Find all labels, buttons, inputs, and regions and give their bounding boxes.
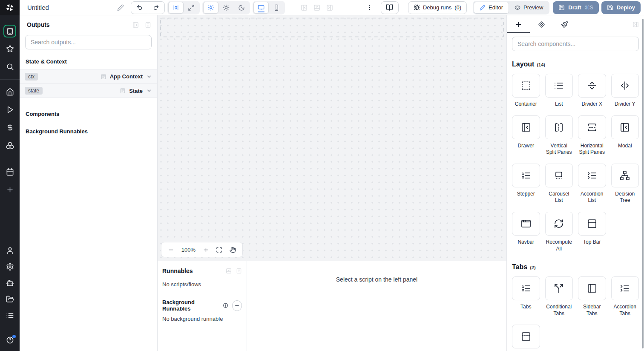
plus-icon [515, 21, 522, 28]
user-button[interactable] [2, 243, 17, 258]
panel-bottom-close-icon[interactable] [226, 268, 232, 274]
bug-icon [414, 4, 420, 11]
docs-button[interactable] [381, 1, 399, 14]
undo-button[interactable] [131, 2, 148, 14]
panel-right-icon[interactable] [632, 21, 639, 28]
component-tile-horizontal-split[interactable]: Horizontal Split Panes [578, 115, 606, 156]
notification-dot [12, 335, 16, 338]
component-tile-recompute-all[interactable]: Recompute All [545, 212, 573, 252]
components-search-input[interactable] [512, 37, 639, 51]
preview-tab[interactable]: Preview [509, 2, 549, 14]
component-tile-accordion-list[interactable]: Accordion List [578, 164, 606, 204]
tab-insert-component[interactable] [507, 15, 530, 33]
folders-button[interactable] [2, 291, 17, 307]
zoom-in-button[interactable] [203, 247, 209, 253]
theme-dark-toggle[interactable] [234, 2, 249, 14]
edit-title-pencil-icon[interactable] [117, 4, 124, 11]
center-column: 100% Runnables No scripts/flows [158, 15, 506, 351]
chevron-down-icon[interactable] [146, 88, 152, 94]
building-icon [6, 28, 14, 35]
panel-bottom-close-icon[interactable] [313, 4, 320, 11]
tabs-section-count: (2) [530, 265, 535, 270]
component-tile-tabs[interactable]: Tabs [512, 276, 540, 317]
theme-toggle-group [202, 1, 250, 14]
component-tile-conditional-tabs[interactable]: Conditional Tabs [545, 276, 573, 317]
info-icon[interactable] [223, 302, 228, 308]
component-tile-vertical-split[interactable]: Vertical Split Panes [545, 115, 573, 156]
fit-view-button[interactable] [216, 247, 222, 253]
mobile-view-toggle[interactable] [269, 2, 284, 14]
component-tile-partial[interactable] [512, 325, 540, 351]
zoom-out-button[interactable] [168, 247, 174, 253]
schedules-button[interactable] [2, 164, 17, 179]
workspace-apps-button[interactable] [3, 25, 16, 37]
usage-button[interactable] [2, 120, 17, 135]
create-new-button[interactable] [2, 182, 17, 197]
panel-scrollbar[interactable] [642, 19, 644, 348]
panel-right-close-icon[interactable] [326, 4, 333, 11]
runnables-title: Runnables [162, 268, 193, 274]
component-tile-divider-y[interactable]: Divider Y [611, 74, 639, 108]
runs-button[interactable] [2, 102, 17, 117]
more-menu-button[interactable] [366, 4, 373, 11]
no-scripts-text: No scripts/flows [162, 281, 242, 288]
windmill-logo[interactable] [0, 0, 20, 15]
hand-icon [230, 247, 236, 253]
workers-button[interactable] [2, 275, 17, 291]
components-panel-tabs [507, 15, 644, 33]
favorites-button[interactable] [2, 41, 17, 56]
zero-padding-toggle[interactable] [168, 2, 184, 14]
pan-tool-button[interactable] [230, 247, 236, 253]
theme-light-toggle[interactable] [218, 2, 234, 14]
component-tile-stepper[interactable]: Stepper [512, 164, 540, 204]
component-tile-accordion-tabs[interactable]: Accordion Tabs [611, 276, 639, 317]
redo-button[interactable] [148, 2, 164, 14]
search-button[interactable] [2, 59, 17, 74]
full-width-toggle[interactable] [184, 2, 199, 14]
outputs-search-input[interactable] [25, 35, 152, 49]
deploy-button[interactable]: Deploy [601, 1, 641, 14]
component-tile-top-bar[interactable]: Top Bar [578, 212, 606, 252]
component-tile-navbar[interactable]: Navbar [512, 212, 540, 252]
logs-button[interactable] [2, 308, 17, 323]
component-tile-divider-x[interactable]: Divider X [578, 74, 606, 108]
help-button[interactable] [2, 332, 17, 348]
chevron-down-icon[interactable] [146, 74, 152, 80]
tab-styling[interactable] [553, 15, 576, 33]
pencil-icon [480, 5, 486, 11]
panel-left-close-icon[interactable] [301, 4, 308, 11]
panel-left-close-icon[interactable] [132, 22, 139, 28]
ctx-row[interactable]: ctx App Context [20, 69, 157, 83]
component-tile-modal[interactable]: Modal [611, 115, 639, 156]
component-tile-list[interactable]: List [545, 74, 573, 108]
eye-icon [515, 5, 520, 11]
component-tile-container[interactable]: Container [512, 74, 540, 108]
tab-settings-component[interactable] [530, 15, 553, 33]
save-icon [607, 4, 613, 11]
component-tile-decision-tree[interactable]: Decision Tree [611, 164, 639, 204]
separator-horizontal-icon [587, 81, 597, 91]
list-collapse-icon [620, 283, 630, 293]
debug-runs-button[interactable]: Debug runs (0) [408, 1, 467, 14]
component-tile-drawer[interactable]: Drawer [512, 115, 540, 156]
left-rail [0, 15, 20, 351]
ctx-type-label: App Context [110, 73, 143, 80]
panel-left-close-icon [620, 122, 630, 132]
tabs-tile-grid: Tabs Conditional Tabs Sidebar Tabs Accor… [512, 276, 639, 351]
state-row[interactable]: state State [20, 83, 157, 98]
settings-button[interactable] [2, 259, 17, 274]
doc-icon[interactable] [145, 22, 151, 28]
draft-button[interactable]: Draft ⌘S [553, 1, 598, 14]
theme-auto-toggle[interactable] [203, 2, 218, 14]
app-canvas[interactable]: 100% [158, 15, 506, 261]
component-tile-sidebar-tabs[interactable]: Sidebar Tabs [578, 276, 606, 317]
resources-button[interactable] [2, 138, 17, 153]
desktop-view-toggle[interactable] [253, 2, 269, 14]
home-button[interactable] [2, 84, 17, 99]
editor-tab-label: Editor [489, 4, 503, 11]
component-tile-carousel-list[interactable]: Carousel List [545, 164, 573, 204]
plus-icon [203, 247, 209, 253]
add-background-runnable-button[interactable] [232, 300, 242, 311]
doc-icon[interactable] [236, 268, 242, 274]
editor-tab[interactable]: Editor [474, 2, 509, 14]
